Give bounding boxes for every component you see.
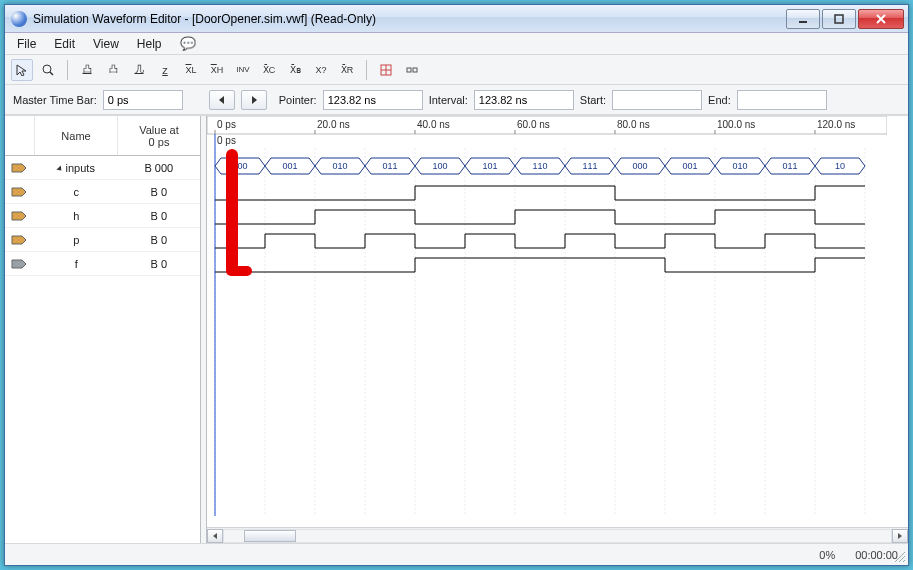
help-balloon-icon[interactable]: 💬 [180,36,196,51]
svg-text:100.0 ns: 100.0 ns [717,119,755,130]
signal-name-p: p [35,234,118,246]
close-button[interactable] [858,9,904,29]
menu-view[interactable]: View [85,35,127,53]
svg-text:100: 100 [432,161,447,171]
signal-row-inputs[interactable]: inputs B 000 [5,156,200,180]
cursor-icon[interactable] [11,59,33,81]
master-label: Master Time Bar: [13,94,97,106]
window-title: Simulation Waveform Editor - [DoorOpener… [33,12,786,26]
workspace: Name Value at 0 ps inputs B 000 c B 0 h … [5,115,908,543]
minimize-button[interactable] [786,9,820,29]
end-label: End: [708,94,731,106]
svg-text:000: 000 [632,161,647,171]
start-label: Start: [580,94,606,106]
toolbar: 凸 凸 几 z XL XH INV X̄C X̄ʙ X? X̄R [5,55,908,85]
pulse-low-icon[interactable]: 凸 [76,59,98,81]
resize-grip[interactable] [892,549,906,563]
grid-icon[interactable] [375,59,397,81]
menu-bar: File Edit View Help 💬 [5,33,908,55]
step-icon[interactable]: 几 [128,59,150,81]
svg-text:011: 011 [782,161,797,171]
status-progress: 0% [819,549,835,561]
z-icon[interactable]: z [154,59,176,81]
svg-text:0 ps: 0 ps [217,135,236,146]
signal-name-h: h [35,210,118,222]
scroll-left-button[interactable] [207,529,223,543]
svg-text:111: 111 [582,161,597,171]
signal-icon [5,162,35,174]
svg-text:60.0 ns: 60.0 ns [517,119,550,130]
svg-rect-9 [407,68,411,72]
wave-pane: 0 ps20.0 ns40.0 ns60.0 ns80.0 ns100.0 ns… [207,116,908,543]
signal-row-h[interactable]: h B 0 [5,204,200,228]
zoom-icon[interactable] [37,59,59,81]
icon-col [5,116,35,155]
signal-value-c: B 0 [118,186,201,198]
svg-rect-1 [835,15,843,23]
interval-label: Interval: [429,94,468,106]
svg-text:001: 001 [282,161,297,171]
svg-text:001: 001 [682,161,697,171]
maximize-button[interactable] [822,9,856,29]
app-icon [11,11,27,27]
svg-text:40.0 ns: 40.0 ns [417,119,450,130]
svg-text:110: 110 [532,161,547,171]
svg-text:000: 000 [232,161,247,171]
wave-canvas[interactable]: 0 ps20.0 ns40.0 ns60.0 ns80.0 ns100.0 ns… [207,116,908,527]
master-input[interactable] [103,90,183,110]
xq-icon[interactable]: X? [310,59,332,81]
prev-button[interactable] [209,90,235,110]
signal-value-inputs: B 000 [118,162,201,174]
svg-text:10: 10 [835,161,845,171]
pulse-high-icon[interactable]: 凸 [102,59,124,81]
signal-row-p[interactable]: p B 0 [5,228,200,252]
xb-icon[interactable]: X̄ʙ [284,59,306,81]
menu-help[interactable]: Help [129,35,170,53]
start-input[interactable] [612,90,702,110]
name-col[interactable]: Name [35,116,118,155]
xl-icon[interactable]: XL [180,59,202,81]
svg-point-4 [43,65,51,73]
end-input[interactable] [737,90,827,110]
signal-pane: Name Value at 0 ps inputs B 000 c B 0 h … [5,116,201,543]
svg-line-57 [903,560,905,562]
signal-value-f: B 0 [118,258,201,270]
svg-text:011: 011 [382,161,397,171]
svg-text:120.0 ns: 120.0 ns [817,119,855,130]
scroll-track[interactable] [223,529,892,543]
signal-row-f[interactable]: f B 0 [5,252,200,276]
signal-name-c: c [35,186,118,198]
pointer-input[interactable] [323,90,423,110]
svg-text:010: 010 [332,161,347,171]
value-col[interactable]: Value at 0 ps [118,116,200,155]
interval-input[interactable] [474,90,574,110]
scroll-right-button[interactable] [892,529,908,543]
menu-edit[interactable]: Edit [46,35,83,53]
signal-icon [5,186,35,198]
xc-icon[interactable]: X̄C [258,59,280,81]
signal-name-inputs: inputs [35,162,118,174]
signal-header: Name Value at 0 ps [5,116,200,156]
svg-text:20.0 ns: 20.0 ns [317,119,350,130]
h-scrollbar[interactable] [207,527,908,543]
signal-icon [5,258,35,270]
menu-file[interactable]: File [9,35,44,53]
svg-text:010: 010 [732,161,747,171]
signal-icon [5,234,35,246]
signal-value-h: B 0 [118,210,201,222]
xr-icon[interactable]: X̄R [336,59,358,81]
inv-icon[interactable]: INV [232,59,254,81]
titlebar: Simulation Waveform Editor - [DoorOpener… [5,5,908,33]
pointer-label: Pointer: [279,94,317,106]
svg-text:0 ps: 0 ps [217,119,236,130]
xh-icon[interactable]: XH [206,59,228,81]
svg-rect-10 [413,68,417,72]
svg-line-5 [50,72,53,75]
misc-icon[interactable] [401,59,423,81]
signal-value-p: B 0 [118,234,201,246]
signal-icon [5,210,35,222]
signal-row-c[interactable]: c B 0 [5,180,200,204]
signal-name-f: f [35,258,118,270]
scroll-thumb[interactable] [244,530,296,542]
next-button[interactable] [241,90,267,110]
